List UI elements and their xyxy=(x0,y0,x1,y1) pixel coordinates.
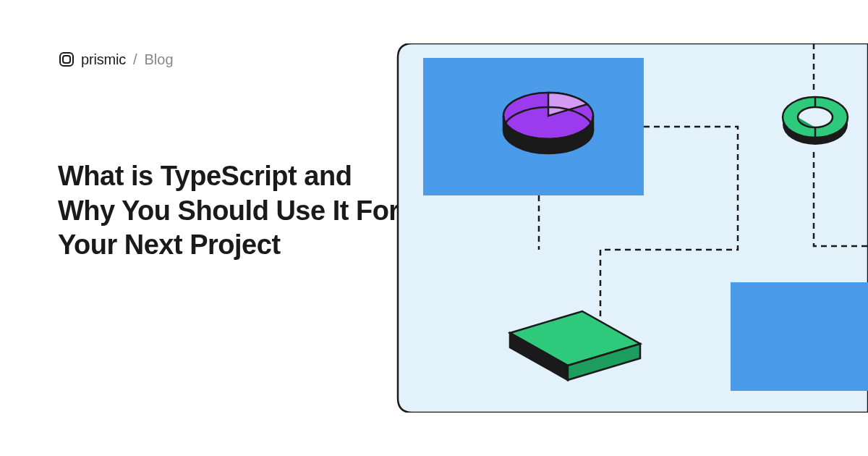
page-title: What is TypeScript and Why You Should Us… xyxy=(58,159,405,263)
svg-rect-3 xyxy=(731,282,868,391)
svg-rect-0 xyxy=(60,53,73,66)
brand-name: prismic xyxy=(81,51,126,68)
header: prismic / Blog xyxy=(58,51,174,68)
prismic-logo-icon xyxy=(58,51,75,68)
section-name: Blog xyxy=(145,51,174,68)
breadcrumb-separator: / xyxy=(133,51,137,68)
svg-rect-1 xyxy=(63,56,70,63)
decorative-illustration xyxy=(383,43,868,413)
cylinder-icon xyxy=(503,93,593,153)
ring-icon xyxy=(783,97,848,145)
